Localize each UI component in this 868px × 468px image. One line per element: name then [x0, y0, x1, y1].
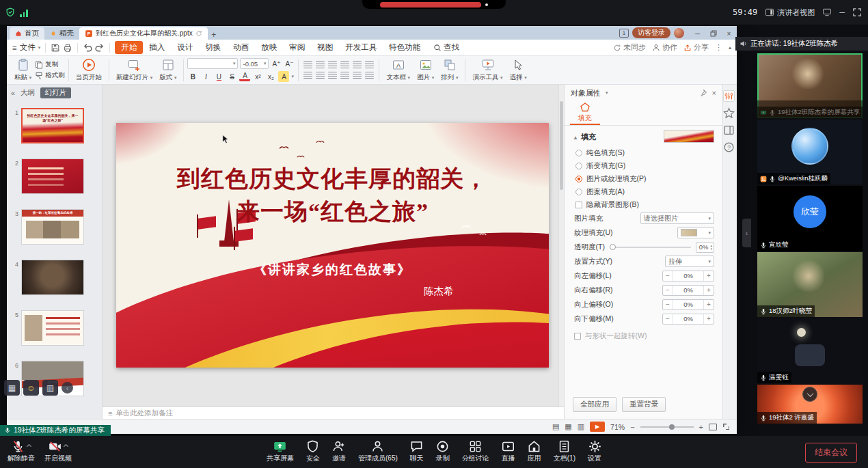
fill-option[interactable]: 纯色填充(S)	[565, 146, 722, 159]
radio[interactable]	[575, 189, 582, 195]
slide-thumbnail[interactable]	[21, 260, 84, 295]
offset-stepper[interactable]: −0%+	[662, 271, 714, 281]
caption-widget-button[interactable]: ▥	[42, 380, 58, 396]
increment-button[interactable]: +	[703, 314, 714, 324]
control-shield[interactable]: 安全	[301, 437, 325, 465]
share-button[interactable]: 分享	[683, 42, 709, 53]
present-tools-button[interactable]: 演示工具 ▾	[469, 57, 506, 83]
slide-title[interactable]: 到红色历史文化丰厚的韶关， 来一场“红色之旅”	[116, 163, 549, 229]
new-tab-button[interactable]: +	[208, 30, 220, 40]
checkbox[interactable]	[574, 333, 581, 340]
menu-特色功能[interactable]: 特色功能	[383, 41, 426, 54]
placement-dropdown[interactable]: 拉伸▾	[665, 256, 714, 267]
slide-canvas-area[interactable]: 到红色历史文化丰厚的韶关， 来一场“红色之旅” 《讲讲家乡的红色故事》 陈杰希 …	[103, 85, 564, 419]
undo-icon[interactable]	[83, 43, 92, 53]
menu-开发工具[interactable]: 开发工具	[339, 41, 383, 54]
zoom-in-button[interactable]: +	[699, 423, 703, 431]
end-meeting-button[interactable]: 结束会议	[805, 443, 857, 463]
align-center-icon[interactable]	[316, 72, 325, 79]
menu-审阅[interactable]: 审阅	[283, 41, 311, 54]
menu-动画[interactable]: 动画	[227, 41, 255, 54]
picture-button[interactable]: 图片 ▾	[413, 57, 437, 83]
zoom-out-button[interactable]: −	[630, 423, 634, 431]
font-family-select[interactable]: ▾	[187, 58, 238, 69]
checkbox[interactable]	[575, 202, 582, 208]
fill-option[interactable]: 图片或纹理填充(P)	[565, 172, 722, 185]
vertical-scrollbar[interactable]	[558, 85, 564, 407]
save-icon[interactable]	[51, 43, 60, 53]
close-button[interactable]: ×	[721, 27, 737, 40]
columns-icon[interactable]	[353, 72, 362, 79]
notes-bar[interactable]: ≡ 单击此处添加备注	[103, 407, 564, 419]
find-button[interactable]: 查找	[429, 42, 463, 53]
collaborate-button[interactable]: 协作	[652, 42, 677, 53]
tab-docer[interactable]: 稻壳	[44, 27, 79, 40]
control-live[interactable]: 直播	[497, 437, 520, 465]
reset-background-button[interactable]: 重置背景	[622, 397, 666, 412]
strikethrough-button[interactable]: S	[226, 71, 237, 82]
participant-tile[interactable]: 18汉师2叶晓莹	[757, 252, 863, 317]
decrement-button[interactable]: −	[663, 300, 673, 309]
menu-放映[interactable]: 放映	[255, 41, 283, 54]
fill-option[interactable]: 隐藏背景图形(B)	[565, 198, 722, 211]
control-apps[interactable]: 应用	[523, 437, 546, 465]
help-icon[interactable]: ?	[723, 141, 735, 153]
slide-thumbnail[interactable]	[21, 310, 84, 346]
layout-button[interactable]: 版式 ▾	[156, 57, 180, 83]
italic-button[interactable]: I	[200, 71, 211, 82]
radio[interactable]	[575, 150, 582, 156]
play-from-current-button[interactable]: 当页开始	[72, 57, 105, 83]
select-button[interactable]: 选择 ▾	[506, 57, 530, 83]
fullscreen-icon[interactable]	[853, 8, 861, 16]
control-members[interactable]: 管理成员(65)	[353, 437, 403, 465]
menu-切换[interactable]: 切换	[199, 41, 227, 54]
tab-document[interactable]: P 到红色历史文化丰厚的韶关.pptx	[79, 27, 208, 40]
participant-tile[interactable]: @Kweislin桂跃麟	[757, 120, 863, 184]
account-avatar[interactable]	[674, 28, 684, 38]
grid-widget-button[interactable]: ▦	[4, 380, 20, 396]
new-slide-button[interactable]: 新建幻灯片 ▾	[113, 57, 157, 83]
control-record[interactable]: 录制	[431, 437, 455, 465]
emoji-widget-button[interactable]: ☺	[23, 380, 39, 396]
fit-slide-button[interactable]	[709, 424, 717, 430]
scrollbar-thumb[interactable]	[560, 101, 563, 190]
reading-view-button[interactable]: ▥	[578, 422, 584, 431]
font-more-caret[interactable]: ▾	[291, 74, 294, 79]
justify-icon[interactable]	[340, 72, 349, 79]
control-doc[interactable]: 文档(1)	[549, 437, 580, 465]
animation-pane-icon[interactable]	[723, 107, 735, 119]
control-gear[interactable]: 设置	[583, 437, 606, 465]
slide-thumbnail[interactable]: 第一站：红军长征粤北纪念馆	[21, 209, 84, 245]
normal-view-button[interactable]: ▤	[552, 422, 559, 431]
more-menu-icon[interactable]: ⋮	[715, 43, 722, 52]
highlight-button[interactable]: A	[278, 71, 289, 82]
transparency-value[interactable]: 0%▴▾	[696, 242, 714, 253]
align-objects-icon[interactable]	[365, 72, 374, 79]
scroll-down-button[interactable]	[802, 387, 817, 402]
tab-fill[interactable]: 填充	[570, 101, 600, 125]
textbox-button[interactable]: A 文本框 ▾	[383, 57, 413, 83]
participant-tile[interactable]: 欣莹宣欣莹	[757, 186, 863, 251]
increase-indent-icon[interactable]	[340, 61, 349, 68]
bullet-list-icon[interactable]	[303, 61, 312, 68]
decrement-button[interactable]: −	[663, 314, 673, 324]
increment-button[interactable]: +	[703, 271, 714, 281]
text-direction-icon[interactable]	[365, 61, 374, 68]
file-menu[interactable]: 文件	[20, 42, 36, 53]
subscript-button[interactable]: x₂	[265, 71, 276, 82]
line-spacing-icon[interactable]	[353, 61, 362, 68]
slideshow-button[interactable]: ▶	[590, 422, 605, 432]
close-panel-icon[interactable]: ×	[712, 89, 716, 97]
copy-button[interactable]: 复制	[35, 60, 65, 69]
participant-tile[interactable]: 19社体2班陈杰希的屏幕共享	[757, 53, 863, 118]
minimize-button[interactable]: ─	[690, 27, 705, 40]
participant-tile[interactable]: 温雯钰	[757, 318, 863, 383]
radio[interactable]	[575, 163, 582, 169]
decrement-button[interactable]: −	[663, 286, 673, 295]
tab-home[interactable]: 首页	[10, 27, 44, 40]
fullscreen-view-button[interactable]	[722, 423, 730, 430]
minimize-window-icon[interactable]: ─	[839, 8, 845, 16]
font-color-button[interactable]: A	[239, 72, 250, 81]
fill-section-header[interactable]: ▲填充	[565, 126, 722, 146]
sync-status[interactable]: 未同步	[613, 42, 646, 53]
